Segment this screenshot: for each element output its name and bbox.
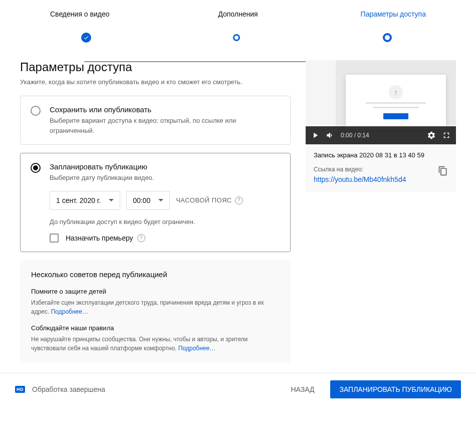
- preview-video-title: Запись экрана 2020 08 31 в 13 40 59: [314, 151, 448, 159]
- hd-badge: HD: [15, 386, 25, 393]
- time-dropdown[interactable]: 00:00: [126, 191, 170, 210]
- chevron-down-icon: [109, 199, 114, 201]
- help-icon[interactable]: ?: [137, 234, 145, 242]
- step-elements[interactable]: Дополнения: [144, 10, 332, 25]
- chevron-down-icon: [158, 199, 163, 201]
- gear-icon[interactable]: [427, 131, 436, 140]
- tip-children-link[interactable]: Подробнее…: [51, 308, 88, 315]
- processing-status: Обработка завершена: [32, 385, 105, 393]
- step-current-icon[interactable]: [383, 33, 392, 42]
- stepper: Сведения о видео Дополнения Параметры до…: [0, 0, 476, 30]
- video-time: 0:00 / 0:14: [341, 132, 369, 139]
- option-schedule-title: Запланировать публикацию: [50, 162, 280, 171]
- volume-icon[interactable]: [326, 131, 335, 140]
- step-mid-icon[interactable]: [233, 34, 240, 41]
- footer: HD Обработка завершена НАЗАД ЗАПЛАНИРОВА…: [0, 373, 476, 405]
- tips-title: Несколько советов перед публикацией: [31, 270, 280, 279]
- step-info[interactable]: Сведения о видео: [50, 10, 144, 25]
- radio-save-publish[interactable]: [31, 106, 41, 116]
- step-done-icon[interactable]: [81, 33, 91, 43]
- schedule-note: До публикации доступ к видео будет огран…: [50, 218, 280, 226]
- premiere-checkbox[interactable]: [50, 234, 59, 243]
- back-button[interactable]: НАЗАД: [282, 380, 323, 398]
- tip-rules-head: Соблюдайте наши правила: [31, 324, 280, 332]
- tip-rules-body: Не нарушайте принципы сообщества. Они ну…: [31, 335, 280, 353]
- step-visibility[interactable]: Параметры доступа: [332, 10, 426, 25]
- upload-icon: [389, 85, 403, 99]
- tip-rules-link[interactable]: Подробнее…: [178, 345, 215, 352]
- video-thumbnail[interactable]: 0:00 / 0:14: [306, 60, 456, 144]
- fullscreen-icon[interactable]: [442, 131, 451, 140]
- tip-children-body: Избегайте сцен эксплуатации детского тру…: [31, 298, 280, 316]
- option-save-desc: Выберите вариант доступа к видео: открыт…: [50, 116, 280, 135]
- tips-card: Несколько советов перед публикацией Помн…: [20, 260, 291, 363]
- premiere-label: Назначить премьеру ?: [66, 234, 145, 242]
- option-save-title: Сохранить или опубликовать: [50, 105, 280, 114]
- timezone-link[interactable]: ЧАСОВОЙ ПОЯС ?: [176, 196, 243, 204]
- copy-icon[interactable]: [438, 166, 448, 176]
- option-save-publish[interactable]: Сохранить или опубликовать Выберите вари…: [20, 96, 291, 145]
- preview-link[interactable]: https://youtu.be/Mb40fnkh5d4: [314, 175, 406, 183]
- page-title: Параметры доступа: [20, 60, 291, 74]
- schedule-button[interactable]: ЗАПЛАНИРОВАТЬ ПУБЛИКАЦИЮ: [330, 380, 461, 398]
- option-schedule-desc: Выберите дату публикации видео.: [50, 173, 280, 183]
- tip-children-head: Помните о защите детей: [31, 288, 280, 295]
- video-preview: 0:00 / 0:14 Запись экрана 2020 08 31 в 1…: [306, 60, 456, 192]
- play-icon[interactable]: [311, 131, 320, 140]
- option-schedule[interactable]: Запланировать публикацию Выберите дату п…: [20, 153, 291, 252]
- help-icon[interactable]: ?: [235, 196, 243, 204]
- page-subtitle: Укажите, когда вы хотите опубликовать ви…: [20, 78, 291, 86]
- preview-link-label: Ссылка на видео:: [314, 166, 434, 173]
- radio-schedule[interactable]: [31, 163, 41, 173]
- date-dropdown[interactable]: 1 сент. 2020 г.: [50, 191, 120, 210]
